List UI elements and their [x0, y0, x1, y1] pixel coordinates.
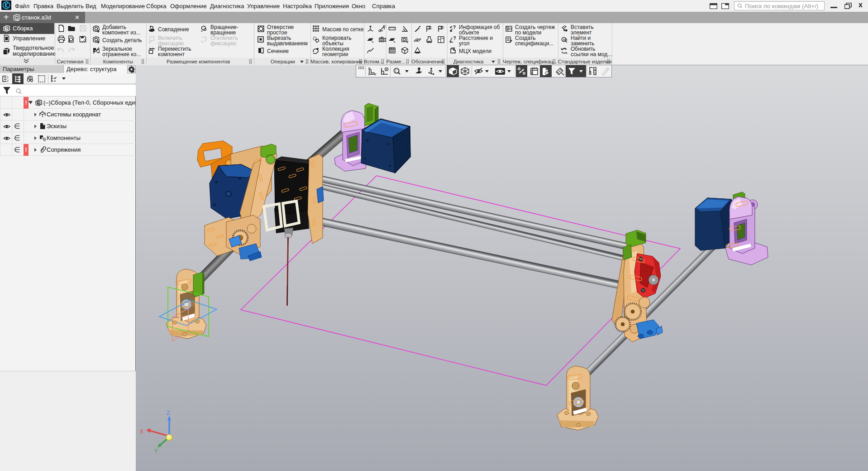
svg-text:X: X: [140, 428, 143, 435]
svg-text:Z: Z: [167, 410, 170, 416]
svg-text:Y: Y: [154, 448, 158, 454]
svg-text:2: 2: [7, 79, 9, 82]
svg-text:1: 1: [7, 76, 9, 79]
